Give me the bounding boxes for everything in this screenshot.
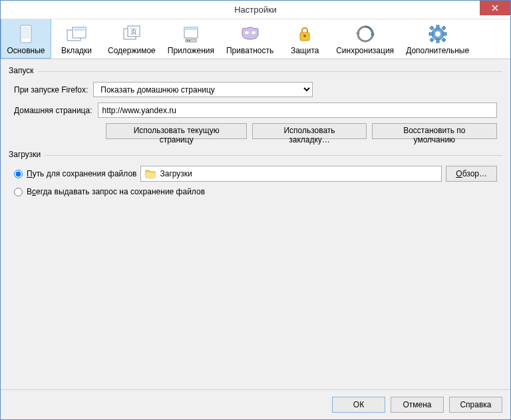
download-path-display: Загрузки [140, 166, 442, 182]
tabs-icon [66, 23, 87, 45]
svg-point-11 [187, 40, 188, 41]
general-icon [15, 23, 37, 45]
downloads-group: Загрузки Путь для сохранения файлов Загр… [9, 150, 502, 207]
tab-label: Защита [291, 46, 319, 55]
cancel-button[interactable]: Отмена [391, 397, 444, 413]
use-current-page-button[interactable]: Использовать текущую страницу [106, 123, 247, 139]
svg-rect-26 [430, 26, 434, 30]
svg-rect-23 [436, 39, 439, 43]
browse-button[interactable]: Обзор… [446, 166, 497, 182]
titlebar: Настройки [1, 1, 510, 19]
save-path-radio[interactable] [14, 170, 23, 178]
content-icon: 页 [121, 23, 142, 45]
applications-icon [180, 23, 202, 45]
tab-privacy[interactable]: Приватность [220, 19, 279, 59]
content-area: Запуск При запуске Firefox: Показать дом… [1, 59, 510, 389]
tab-label: Приложения [168, 46, 214, 55]
homepage-label: Домашняя страница: [14, 106, 92, 115]
tab-sync[interactable]: Синхронизация [330, 19, 400, 59]
always-ask-radio[interactable] [14, 188, 23, 196]
svg-rect-22 [436, 25, 439, 29]
tab-label: Вкладки [61, 46, 92, 55]
launch-label: При запуске Firefox: [14, 85, 88, 95]
dialog-footer: ОК Отмена Справка [1, 389, 510, 419]
save-path-label[interactable]: Путь для сохранения файлов [27, 169, 136, 178]
svg-rect-4 [74, 29, 85, 31]
svg-point-14 [252, 31, 256, 34]
svg-rect-25 [443, 33, 446, 35]
lock-icon [294, 23, 315, 45]
svg-point-16 [303, 35, 306, 37]
divider [9, 155, 502, 156]
svg-rect-28 [430, 38, 434, 42]
gear-icon [427, 23, 448, 45]
svg-text:页: 页 [130, 28, 137, 35]
tab-label: Синхронизация [336, 46, 394, 55]
downloads-group-label: Загрузки [9, 150, 45, 159]
close-button[interactable] [480, 1, 510, 15]
tab-general[interactable]: Основные [1, 19, 51, 59]
svg-point-12 [189, 40, 190, 41]
category-toolbar: Основные Вкладки 页 Содержимое Приложения… [1, 19, 510, 59]
svg-point-13 [245, 31, 249, 34]
tab-applications[interactable]: Приложения [162, 19, 220, 59]
svg-rect-9 [184, 27, 198, 30]
svg-rect-24 [429, 33, 432, 35]
settings-window: Настройки Основные Вкладки 页 Содержимое [0, 0, 511, 420]
close-icon [492, 5, 498, 11]
restore-default-button[interactable]: Восстановить по умолчанию [372, 123, 497, 139]
use-bookmark-button[interactable]: Использовать закладку… [252, 123, 366, 139]
folder-name: Загрузки [160, 169, 192, 178]
folder-icon [145, 168, 156, 179]
tab-label: Приватность [226, 46, 273, 55]
svg-point-21 [435, 31, 440, 37]
startup-group: Запуск При запуске Firefox: Показать дом… [9, 66, 502, 144]
launch-select[interactable]: Показать домашнюю страницу [93, 82, 313, 97]
homepage-input[interactable] [98, 103, 498, 118]
privacy-mask-icon [240, 23, 261, 45]
ok-button[interactable]: ОК [332, 397, 385, 413]
window-title: Настройки [1, 5, 510, 15]
tab-label: Содержимое [108, 46, 156, 55]
divider [9, 71, 502, 72]
svg-rect-1 [22, 27, 30, 39]
tab-content[interactable]: 页 Содержимое [102, 19, 162, 59]
tab-security[interactable]: Защита [279, 19, 330, 59]
svg-rect-27 [442, 26, 446, 30]
tab-tabs[interactable]: Вкладки [51, 19, 102, 59]
tab-label: Дополнительные [406, 46, 469, 55]
startup-group-label: Запуск [9, 66, 38, 75]
sync-icon [355, 23, 376, 45]
always-ask-label[interactable]: Всегда выдавать запрос на сохранение фай… [27, 187, 205, 196]
help-button[interactable]: Справка [449, 397, 502, 413]
tab-advanced[interactable]: Дополнительные [400, 19, 475, 59]
svg-rect-29 [442, 38, 446, 42]
tab-label: Основные [7, 46, 45, 55]
